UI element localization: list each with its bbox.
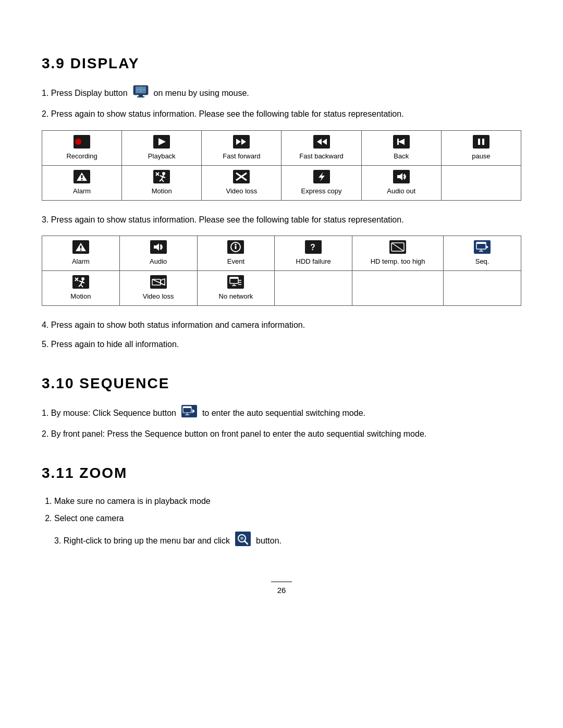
cell2-empty3 [444,270,521,305]
zoom-step3-after: button. [256,534,282,548]
cell2-videoloss: Video loss [119,270,197,305]
svg-point-65 [81,277,84,280]
svg-rect-45 [80,245,81,249]
cell-fastforward: Fast forward [202,130,282,165]
sequence-step2: 2. By front panel: Press the Sequence bu… [42,427,521,441]
seq-step1-before: 1. By mouse: Click Sequence button [42,406,176,420]
cell-playback: Playback [122,130,202,165]
cell-videoloss: Video loss [202,165,282,200]
cell-empty1 [441,165,521,200]
cell2-hdtemp: HD temp. too high [352,236,444,271]
page-number: 26 [271,582,292,597]
cell-pause: pause [441,130,521,165]
svg-rect-51 [235,246,237,249]
cell2-hddfailure: ? HDD failure [275,236,352,271]
zoom-item-1: Make sure no camera is in playback mode [54,495,521,508]
svg-rect-60 [476,242,486,244]
svg-rect-2 [139,95,143,96]
cell2-nonetwork: No network [197,270,275,305]
svg-rect-22 [482,139,484,145]
cell-fastbackward: Fast backward [282,130,361,165]
cell-expresscopy: Express copy [282,165,361,200]
svg-rect-19 [397,139,399,145]
svg-text:?: ? [310,243,315,252]
svg-point-28 [162,172,165,175]
status-table-1: Recording Playback [42,130,521,201]
svg-rect-20 [473,135,489,149]
heading-sequence: 3.10 SEQUENCE [42,372,521,396]
cell2-event: Event [197,236,275,271]
section-sequence: 3.10 SEQUENCE 1. By mouse: Click Sequenc… [42,372,521,441]
zoom-item-2: Select one camera [54,512,521,525]
cell-alarm: Alarm [42,165,122,200]
cell-recording: Recording [42,130,122,165]
zoom-button-icon [235,532,251,550]
cell-motion: Motion [122,165,202,200]
svg-rect-25 [81,175,83,178]
cell2-empty1 [275,270,352,305]
svg-rect-52 [235,244,237,245]
step-3: 3. Press again to show status informatio… [42,213,521,227]
cell2-alarm: Alarm [42,236,120,271]
step-1: 1. Press Display button on menu by using… [42,85,521,102]
page-number-text: 26 [277,586,286,595]
table2-row2: Motion Video loss [42,270,521,305]
step1-text-before: 1. Press Display button [42,87,128,100]
status-table-2: Alarm Audio [42,236,521,306]
svg-rect-26 [81,179,83,180]
zoom-step3-before: 3. Right-click to bring up the menu bar … [54,534,230,548]
svg-point-8 [75,139,81,145]
step-4: 4. Press again to show both status infor… [42,318,521,332]
step1-text-after: on menu by using mouse. [154,87,249,100]
step-2: 2. Press again to show status informatio… [42,107,521,121]
sequence-button-icon [181,405,197,422]
cell2-seq: Seq. [444,236,521,271]
section-display: 3.9 DISPLAY 1. Press Display button on m… [42,52,521,351]
cell-back: Back [361,130,441,165]
section-zoom: 3.11 ZOOM Make sure no camera is in play… [42,462,521,550]
step-5: 5. Press again to hide all information. [42,338,521,351]
cell2-motion: Motion [42,270,120,305]
sequence-step1: 1. By mouse: Click Sequence button to en… [42,405,521,422]
cell2-audio: Audio [119,236,197,271]
seq-step1-after: to enter the auto sequential switching m… [202,406,365,420]
table2-row1: Alarm Audio [42,236,521,271]
zoom-list: Make sure no camera is in playback mode … [54,495,521,525]
svg-rect-21 [478,139,480,145]
cell2-empty2 [352,270,444,305]
svg-rect-3 [137,96,144,97]
table1-row2: Alarm [42,165,521,200]
svg-rect-46 [80,250,81,251]
heading-display: 3.9 DISPLAY [42,52,521,76]
display-button-icon [133,85,149,102]
svg-point-94 [240,537,243,540]
svg-rect-87 [183,406,191,408]
table1-row1: Recording Playback [42,130,521,165]
heading-zoom: 3.11 ZOOM [42,462,521,485]
svg-rect-79 [230,277,238,279]
cell-audioout: Audio out [361,165,441,200]
zoom-step3: 3. Right-click to bring up the menu bar … [54,532,521,550]
